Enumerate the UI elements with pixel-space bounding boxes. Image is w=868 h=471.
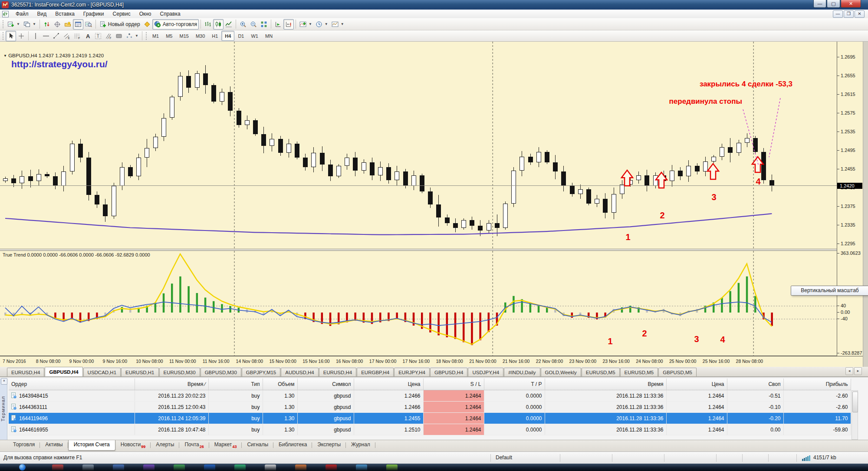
zoom-in-button[interactable]: [238, 19, 248, 30]
timeframe-h1-button[interactable]: H1: [208, 31, 221, 41]
new-order-button[interactable]: Новый ордер: [98, 19, 142, 30]
vertical-scrollbar[interactable]: [863, 42, 868, 367]
vertical-line-button[interactable]: [30, 31, 41, 41]
terminal-tab-новости[interactable]: Новости99: [115, 440, 151, 450]
taskbar-icon[interactable]: [204, 464, 215, 471]
dropdown-caret-icon[interactable]: ▼: [16, 22, 20, 26]
column-header[interactable]: Цена: [666, 379, 727, 390]
taskbar-icon[interactable]: [174, 464, 185, 471]
chart-tab-eurusd-h4[interactable]: EURUSD,H4: [319, 368, 356, 376]
market-watch-button[interactable]: [42, 19, 52, 30]
taskbar-icon[interactable]: [82, 464, 94, 471]
chart-tab-gbpjpy-m15[interactable]: GBPJPY,M15: [242, 368, 280, 376]
terminal-tab-сигналы[interactable]: Сигналы: [242, 440, 273, 450]
mdi-restore-button[interactable]: ❐: [844, 10, 854, 18]
timeframe-w1-button[interactable]: W1: [247, 31, 262, 41]
maximize-button[interactable]: ▢: [827, 0, 840, 8]
mdi-close-button[interactable]: ✕: [855, 10, 865, 18]
indicators-button[interactable]: ▼: [298, 19, 314, 30]
column-header[interactable]: Своп: [727, 379, 783, 390]
chart-shift-button[interactable]: [283, 19, 294, 30]
taskbar-icon[interactable]: [386, 464, 398, 471]
data-window-button[interactable]: [52, 19, 62, 30]
close-button[interactable]: ✕: [841, 0, 861, 8]
equidistant-channel-button[interactable]: E: [62, 31, 72, 41]
line-chart-button[interactable]: [224, 19, 234, 30]
taskbar-icon[interactable]: [326, 464, 337, 471]
start-button[interactable]: [19, 464, 26, 471]
tabs-scroll-left-icon[interactable]: ◂: [845, 367, 853, 375]
chart-tab-audusd-h4[interactable]: AUDUSD,H4: [281, 368, 318, 376]
text-button[interactable]: A: [82, 31, 93, 41]
terminal-close-icon[interactable]: ×: [1, 378, 7, 385]
menu-файл[interactable]: Файл: [11, 10, 33, 18]
crosshair-button[interactable]: [16, 31, 26, 41]
column-header[interactable]: Тип: [208, 379, 263, 390]
chart-tab-usdjpy-h4[interactable]: USDJPY,H4: [468, 368, 503, 376]
terminal-tab-маркет[interactable]: Маркет43: [209, 440, 242, 450]
horizontal-line-button[interactable]: [41, 31, 51, 41]
time-axis[interactable]: 7 Nov 20168 Nov 08:009 Nov 00:009 Nov 16…: [0, 356, 863, 367]
menu-графики[interactable]: Графики: [79, 10, 108, 18]
menu-сервис[interactable]: Сервис: [108, 10, 135, 18]
tile-windows-button[interactable]: [259, 19, 269, 30]
menu-справка[interactable]: Справка: [156, 10, 185, 18]
mdi-minimize-button[interactable]: —: [833, 10, 843, 18]
order-row[interactable]: 16439484152016.11.23 20:02:23buy1.30gbpu…: [9, 390, 851, 402]
dropdown-caret-icon[interactable]: ▼: [135, 34, 138, 38]
timeframe-m30-button[interactable]: M30: [192, 31, 208, 41]
dropdown-caret-icon[interactable]: ▼: [33, 22, 36, 26]
order-row[interactable]: 16443631112016.11.25 12:00:43buy1.30gbpu…: [9, 402, 851, 413]
timeframe-m5-button[interactable]: M5: [162, 31, 176, 41]
column-header[interactable]: Прибыль: [783, 379, 851, 390]
auto-scroll-button[interactable]: [273, 19, 283, 30]
column-header[interactable]: Объем: [263, 379, 297, 390]
terminal-tab-алерты[interactable]: Алерты: [151, 440, 179, 450]
channels-button[interactable]: F: [103, 31, 114, 41]
status-profile[interactable]: Default: [496, 455, 512, 461]
taskbar-icon[interactable]: [52, 464, 63, 471]
zoom-out-button[interactable]: [248, 19, 259, 30]
symbol-dropdown-icon[interactable]: ▼: [3, 54, 7, 58]
trendline-button[interactable]: [51, 31, 62, 41]
column-header[interactable]: S / L: [423, 379, 484, 390]
terminal-tab-история-счета[interactable]: История Счета: [68, 440, 115, 451]
menu-вставка[interactable]: Вставка: [51, 10, 79, 18]
fibonacci-button[interactable]: F: [72, 31, 82, 41]
chart-tab-gbpusd-h4[interactable]: GBPUSD,H4: [430, 368, 467, 376]
terminal-tab-торговля[interactable]: Торговля: [8, 440, 40, 450]
chart-tab-gbpusd-h4[interactable]: GBPUSD,H4: [45, 367, 82, 376]
shapes-button[interactable]: ▼: [124, 31, 140, 41]
chart-tab-usdcad-h1[interactable]: USDCAD,H1: [83, 368, 121, 376]
chart-tab-eurusd-m5[interactable]: EURUSD,M5: [620, 368, 658, 376]
column-header[interactable]: Ордер: [9, 379, 135, 390]
cursor-button[interactable]: [6, 31, 16, 41]
column-header[interactable]: T / P: [484, 379, 545, 390]
metaeditor-button[interactable]: [142, 19, 152, 30]
rectangle-button[interactable]: [114, 31, 124, 41]
price-chart-pane[interactable]: ▼ GBPUSD,H4 1.2437 1.2439 1.2419 1.2420 …: [0, 42, 837, 249]
strategy-tester-button[interactable]: [83, 19, 94, 30]
menu-вид[interactable]: Вид: [33, 10, 51, 18]
chart-tab--indu-daily[interactable]: #INDU,Daily: [504, 368, 540, 376]
chart-tab-eurusd-m5[interactable]: EURUSD,M5: [582, 368, 620, 376]
candlestick-chart-button[interactable]: [213, 19, 224, 30]
terminal-tab-библиотека[interactable]: Библиотека: [273, 440, 312, 450]
timeframe-mn-button[interactable]: MN: [262, 31, 276, 41]
autotrade-button[interactable]: Авто-торговля: [152, 19, 199, 30]
timeframe-m1-button[interactable]: M1: [149, 31, 162, 41]
order-row[interactable]: 16446169552016.11.28 10:47:48buy1.30gbpu…: [9, 424, 851, 435]
price-axis[interactable]: 1.26951.26551.26151.25751.25351.24951.24…: [837, 42, 863, 356]
menu-окно[interactable]: Окно: [135, 10, 156, 18]
timeframe-d1-button[interactable]: D1: [234, 31, 247, 41]
taskbar-icon[interactable]: [295, 464, 306, 471]
chart-tab-eurjpy-h4[interactable]: EURJPY,H4: [394, 368, 430, 376]
chart-tab-eurusd-h1[interactable]: EURUSD,H1: [121, 368, 158, 376]
chart-tab-gold-weekly[interactable]: GOLD,Weekly: [541, 368, 581, 376]
taskbar-icon[interactable]: [113, 464, 124, 471]
column-header[interactable]: Время: [545, 379, 666, 390]
terminal-tab-журнал[interactable]: Журнал: [346, 440, 375, 450]
taskbar-icon[interactable]: [265, 464, 276, 471]
text-label-button[interactable]: T: [93, 31, 103, 41]
chart-tab-eurgbp-h4[interactable]: EURGBP,H4: [357, 368, 394, 376]
